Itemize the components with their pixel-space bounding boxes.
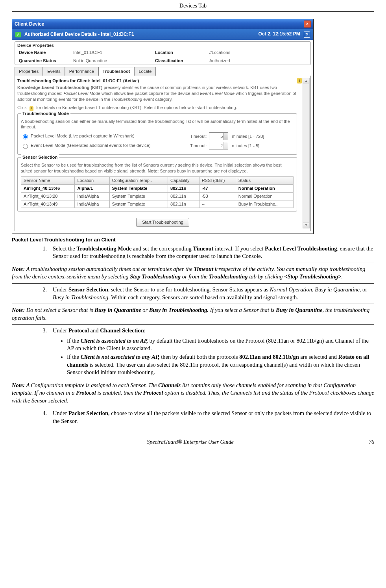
tab-strip: Properties Events Performance Troublesho… (15, 67, 311, 76)
mode-row-packet: Packet Level Mode (Live packet capture i… (21, 132, 294, 140)
radio-packet-mode[interactable]: Packet Level Mode (Live packet capture i… (21, 133, 190, 139)
prop-label: Classification (153, 58, 208, 64)
sensor-legend: Sensor Selection (21, 154, 59, 160)
col-location[interactable]: Location (75, 177, 109, 185)
timeout-packet-spinner[interactable]: 5 ▲ ▼ (209, 132, 224, 140)
property-row: Device Name Intel_01:DC:F1 Location //Lo… (15, 48, 310, 57)
tab-performance[interactable]: Performance (65, 67, 98, 76)
start-troubleshooting-button[interactable]: Start Troubleshooting (136, 218, 189, 227)
col-sensor-name[interactable]: Sensor Name (21, 177, 75, 185)
timeout-label: Timeout: (190, 143, 207, 149)
timeout-label: Timeout: (190, 134, 207, 139)
prop-label: Quarantine Status (17, 58, 72, 64)
radio-packet-label: Packet Level Mode (Live packet capture i… (31, 134, 135, 138)
radio-event-mode[interactable]: Event Level Mode (Generates additional e… (21, 143, 190, 149)
tab-troubleshoot[interactable]: Troubleshoot (98, 67, 135, 76)
table-row[interactable]: AirTight_40:13:49 India/Alpha System Tem… (21, 200, 294, 208)
page-footer: SpectraGuard® Enterprise User Guide 76 (12, 437, 374, 446)
col-capability[interactable]: Capability (168, 177, 199, 185)
close-icon[interactable]: × (304, 20, 311, 28)
timestamp: Oct 2, 12:15:52 PM (259, 31, 300, 37)
spinner-up-icon: ▲ (225, 142, 227, 145)
prop-value: Not in Quarantine (72, 58, 153, 64)
window-titlebar[interactable]: Client Device × (12, 19, 313, 29)
col-config[interactable]: Configuration Temp.. (109, 177, 168, 185)
click-hint: Click i for details on Knowledge-based T… (17, 105, 297, 111)
radio-event-input[interactable] (23, 144, 28, 149)
window-subtitle-bar: ✓ Authorized Client Device Details - Int… (12, 29, 313, 40)
window-title: Client Device (15, 21, 44, 27)
device-properties-section: Device Properties Device Name Intel_01:D… (15, 41, 311, 65)
troubleshoot-heading: Troubleshooting Options for Client: Inte… (17, 78, 297, 84)
tab-locate[interactable]: Locate (134, 67, 156, 76)
timeout-event-spinner: 2 ▲ ▼ (209, 142, 224, 150)
bullet-2: If the Client is not associated to any A… (67, 353, 374, 377)
radio-packet-input[interactable] (23, 134, 28, 139)
info-icon[interactable]: i (297, 78, 302, 83)
screenshot-panel: Client Device × ✓ Authorized Client Devi… (12, 19, 314, 234)
subtitle-device: Intel_01:DC:F1 (101, 32, 134, 37)
table-row[interactable]: AirTight_40:13:46 Alpha/1 System Templat… (21, 184, 294, 192)
mode-legend: Troubleshooting Mode (21, 111, 70, 117)
col-rssi[interactable]: RSSI (dBm) (199, 177, 236, 185)
figure-caption: Packet Level Troubleshooting for an Clie… (12, 236, 374, 243)
step-3: Under Protocol and Channel Selection: (51, 327, 374, 335)
tab-body: ▲ ▼ i Troubleshooting Options for Client… (15, 76, 311, 231)
shield-icon: ✓ (15, 32, 21, 37)
timeout-packet-suffix: minutes [1 - 720] (232, 134, 264, 139)
step-2: Under Sensor Selection, select the Senso… (51, 286, 374, 301)
prop-label: Location (153, 49, 208, 56)
footer-page-number: 76 (369, 439, 374, 446)
troubleshooting-mode-fieldset: Troubleshooting Mode A troubleshooting s… (17, 113, 297, 155)
scrollbar[interactable]: ▲ ▼ (303, 78, 310, 228)
tab-properties[interactable]: Properties (15, 67, 43, 76)
table-row[interactable]: AirTight_40:13:20 India/Alpha System Tem… (21, 192, 294, 200)
page-header: Devices Tab (12, 2, 374, 12)
scroll-up-icon[interactable]: ▲ (303, 78, 309, 84)
spinner-down-icon[interactable]: ▼ (225, 137, 227, 140)
note-3: Note: A Configuration template is assign… (12, 379, 374, 408)
sensor-desc: Select the Sensor to be used for trouble… (21, 162, 294, 174)
mode-desc: A troubleshooting session can either be … (21, 119, 294, 130)
kbt-description: Knowledge-based Troubleshooting (KBT) pr… (17, 85, 297, 102)
spinner-down-icon: ▼ (225, 146, 227, 149)
step-4: Under Packet Selection, choose to view a… (51, 410, 374, 425)
footer-guide: SpectraGuard® Enterprise User Guide (147, 439, 233, 446)
note-2: Note: Do not select a Sensor that is Bus… (12, 304, 374, 325)
spinner-up-icon[interactable]: ▲ (225, 133, 227, 136)
tab-events[interactable]: Events (43, 67, 65, 76)
prop-value: Authorized (208, 58, 290, 64)
prop-value: //Locations (208, 49, 290, 56)
prop-value: Intel_01:DC:F1 (72, 49, 153, 56)
radio-event-label: Event Level Mode (Generates additional e… (31, 143, 151, 148)
bullet-1: If the Client is associated to an AP, by… (67, 337, 374, 352)
sensor-selection-fieldset: Sensor Selection Select the Sensor to be… (17, 157, 297, 211)
sensor-table[interactable]: Sensor Name Location Configuration Temp.… (21, 176, 294, 208)
subtitle-prefix: Authorized Client Device Details - (24, 32, 101, 37)
scroll-down-icon[interactable]: ▼ (303, 222, 309, 228)
mode-row-event: Event Level Mode (Generates additional e… (21, 142, 294, 150)
refresh-icon[interactable]: ↻ (304, 32, 310, 38)
timeout-event-suffix: minutes [1 - 5] (232, 143, 259, 149)
step-1: Select the Troubleshooting Mode and set … (51, 245, 374, 260)
prop-label: Device Name (17, 49, 72, 56)
device-properties-label: Device Properties (15, 42, 310, 48)
property-row: Quarantine Status Not in Quarantine Clas… (15, 57, 310, 65)
col-status[interactable]: Status (236, 177, 293, 185)
note-1: Note: A troubleshooting session automati… (12, 263, 374, 284)
